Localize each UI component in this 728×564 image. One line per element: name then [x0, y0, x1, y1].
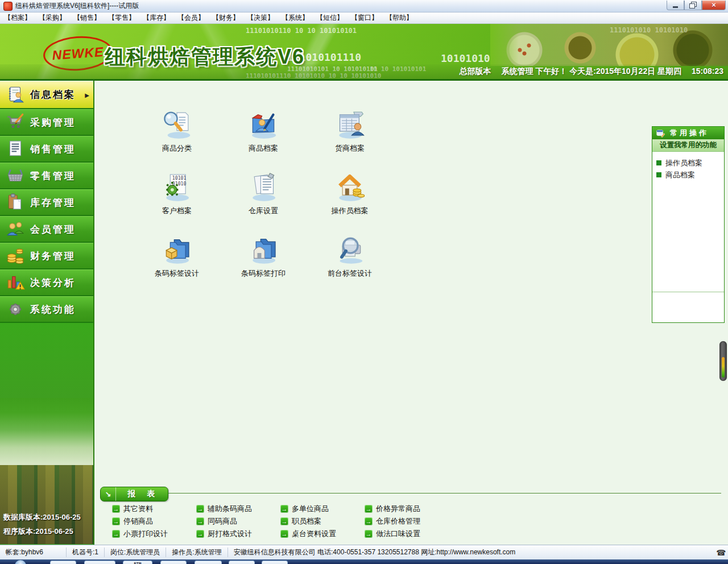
tile-front-label-design[interactable]: 前台标签设计: [315, 233, 384, 296]
sales-doc-icon: [6, 139, 25, 159]
phone-icon[interactable]: ☎: [714, 548, 728, 557]
session-info: 总部版本 系统管理 下午好！ 今天是:2015年10月22日 星期四 15:08…: [0, 64, 728, 79]
tile-label: 操作员档案: [332, 206, 369, 216]
banner-header: 11101010110 10 10 101010101 111010101110…: [0, 24, 728, 81]
menu-members[interactable]: 【会员】: [177, 13, 205, 23]
sidebar-filler: [0, 323, 93, 398]
taskbar-button[interactable]: [160, 561, 187, 564]
tile-goods-category[interactable]: 商品分类: [142, 108, 212, 171]
minimize-icon: [673, 6, 678, 8]
sidebar-item-retail[interactable]: 零售管理: [0, 163, 93, 189]
menu-purchase[interactable]: 【采购】: [39, 13, 66, 23]
taskbar-button[interactable]: [84, 561, 115, 564]
coins-icon: [6, 246, 25, 266]
menu-decision[interactable]: 【决策】: [247, 13, 274, 23]
binary-decor: 1110101010 10101010: [610, 26, 688, 34]
quick-actions-panel: 常用操作 设置我常用的功能 操作员档案 商品档案: [652, 126, 725, 323]
basket-icon: [6, 166, 25, 185]
taskbar-button-ftp[interactable]: FTP: [123, 561, 152, 564]
taskbar-button[interactable]: [50, 561, 76, 564]
reports-links: →其它资料 →辅助条码商品 →多单位商品 →价格异常商品 →停销商品 →同码商品…: [112, 503, 449, 540]
menu-window[interactable]: 【窗口】: [351, 13, 378, 23]
app-logo-icon: [3, 2, 13, 11]
report-link-flavor-setup[interactable]: →做法口味设置: [365, 528, 449, 540]
tile-goods-archive[interactable]: 商品档案: [229, 108, 298, 171]
minimize-button[interactable]: [667, 1, 684, 10]
status-position: 岗位:系统管理员: [105, 548, 166, 557]
status-operator: 操作员:系统管理: [166, 548, 228, 557]
menu-bar: 【档案】 【采购】 【销售】 【零售】 【库存】 【会员】 【财务】 【决策】 …: [0, 13, 728, 24]
quick-item-operator-archive[interactable]: 操作员档案: [656, 157, 720, 169]
menu-sms[interactable]: 【短信】: [316, 13, 344, 23]
reports-header-badge[interactable]: ↘ 报 表: [100, 487, 168, 501]
start-orb-icon[interactable]: [15, 560, 26, 564]
report-link-same-code-goods[interactable]: →同码商品: [196, 515, 280, 528]
report-link-aux-barcode-goods[interactable]: →辅助条码商品: [196, 503, 280, 515]
report-link-table-data-setup[interactable]: →桌台资料设置: [280, 528, 365, 540]
gear-icon: [6, 300, 25, 319]
status-bar: 帐套:byhbv6 机器号:1 岗位:系统管理员 操作员:系统管理 安徽纽科信息…: [0, 545, 728, 559]
tile-operator-archive[interactable]: 操作员档案: [315, 171, 384, 233]
sidebar-item-label: 库存管理: [30, 196, 76, 209]
tile-warehouse-setup[interactable]: 仓库设置: [229, 171, 298, 233]
tile-label: 条码标签打印: [241, 268, 286, 279]
report-link-other-data[interactable]: →其它资料: [112, 503, 196, 515]
tile-label: 商品档案: [249, 143, 278, 154]
tile-label: 客户档案: [162, 206, 192, 216]
report-link-abnormal-price-goods[interactable]: →价格异常商品: [365, 503, 449, 515]
sidebar-item-finance[interactable]: 财务管理: [0, 243, 93, 269]
table-pencil-icon: [656, 129, 665, 138]
sidebar-item-analysis[interactable]: 决策分析: [0, 269, 93, 296]
taskbar-button[interactable]: [195, 561, 222, 564]
arrow-right-icon: →: [112, 505, 120, 513]
binary-gear-icon: 1010101010: [161, 171, 193, 205]
sidebar-item-purchase[interactable]: 采购管理: [0, 109, 93, 136]
restore-icon: [689, 3, 695, 9]
sidebar-item-sales[interactable]: 销售管理: [0, 136, 93, 163]
square-bullet-icon: [656, 172, 661, 177]
tile-barcode-label-print[interactable]: 条码标签打印: [229, 233, 298, 296]
quick-item-goods-archive[interactable]: 商品档案: [656, 169, 720, 181]
report-link-kitchen-print-design[interactable]: →厨打格式设计: [196, 528, 280, 540]
tile-customer-archive[interactable]: 1010101010 客户档案: [142, 171, 212, 233]
restore-button[interactable]: [684, 1, 702, 10]
tile-label: 商品分类: [162, 143, 192, 154]
members-icon: [6, 219, 25, 239]
sidebar-item-members[interactable]: 会员管理: [0, 216, 93, 243]
quick-panel-header: 常用操作: [652, 127, 724, 139]
report-link-discontinued-goods[interactable]: →停销商品: [112, 515, 196, 528]
quick-item-label: 操作员档案: [665, 158, 702, 168]
sidebar-item-system[interactable]: 系统功能: [0, 296, 93, 323]
sidebar-item-label: 会员管理: [30, 223, 76, 236]
folder-box-icon: [161, 233, 193, 267]
documents-icon: [247, 171, 279, 205]
sidebar-item-label: 采购管理: [30, 116, 76, 129]
taskbar-button[interactable]: [262, 561, 288, 564]
edge-scrollbar[interactable]: [719, 341, 727, 381]
tile-supplier-archive[interactable]: 货商档案: [315, 108, 384, 171]
menu-archive[interactable]: 【档案】: [4, 13, 31, 23]
report-link-receipt-print-design[interactable]: →小票打印设计: [112, 528, 196, 540]
menu-sales[interactable]: 【销售】: [73, 13, 101, 23]
sidebar-nav: 信息档案 ▶ 采购管理 销售管理 零售管理 库存管理: [0, 81, 94, 545]
quick-item-label: 商品档案: [665, 170, 695, 180]
menu-system[interactable]: 【系统】: [282, 13, 309, 23]
menu-help[interactable]: 【帮助】: [386, 13, 413, 23]
report-link-staff-archive[interactable]: →职员档案: [280, 515, 365, 528]
shortcut-tiles: 商品分类 商品档案 货商档案 1010101010 客户档案: [142, 108, 384, 296]
clipboard-icon: [6, 193, 25, 212]
status-machine: 机器号:1: [67, 548, 105, 557]
menu-inventory[interactable]: 【库存】: [143, 13, 170, 23]
close-button[interactable]: ×: [702, 1, 726, 10]
report-link-multi-unit-goods[interactable]: →多单位商品: [280, 503, 365, 515]
menu-finance[interactable]: 【财务】: [212, 13, 239, 23]
taskbar-button[interactable]: [229, 561, 255, 564]
tile-label: 前台标签设计: [328, 268, 372, 279]
menu-retail[interactable]: 【零售】: [108, 13, 135, 23]
sidebar-item-inventory[interactable]: 库存管理: [0, 189, 93, 216]
sidebar-item-info-archive[interactable]: 信息档案 ▶: [0, 81, 93, 109]
tile-barcode-label-design[interactable]: 条码标签设计: [142, 233, 212, 296]
quick-panel-subtitle[interactable]: 设置我常用的功能: [652, 139, 724, 152]
sidebar-item-label: 系统功能: [30, 303, 76, 316]
report-link-warehouse-price[interactable]: →仓库价格管理: [365, 515, 449, 528]
